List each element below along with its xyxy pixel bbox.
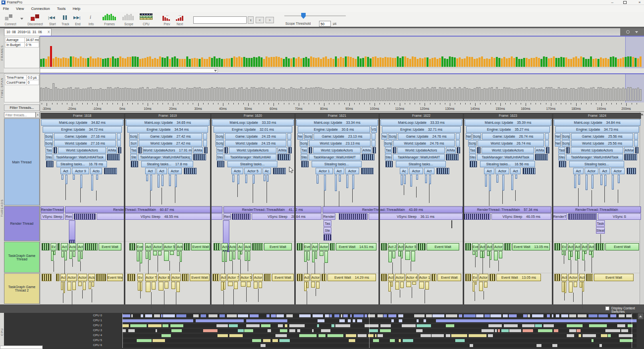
timespan-bar[interactable] [251,87,253,101]
frame-bar[interactable] [392,58,394,67]
timespan-bar[interactable] [226,89,228,101]
frame-bar[interactable] [209,57,211,67]
scope-bar[interactable]: Scrip [562,140,570,147]
timespan-bar[interactable] [327,89,329,101]
scope-bar[interactable]: VS [371,126,377,133]
frame-bar[interactable] [251,58,253,67]
render-main-bar[interactable]: RenderThread::Th [41,206,64,213]
frame-bar[interactable] [640,56,642,67]
timespan-bar[interactable] [176,89,178,101]
timespan-bar[interactable] [568,89,570,101]
frame-bar[interactable] [506,58,508,67]
timespan-bar[interactable] [588,89,590,101]
timespan-bar[interactable] [243,89,245,101]
frame-bar[interactable] [444,58,446,67]
scope-bar[interactable]: Scrip [468,140,477,147]
timespan-bar[interactable] [521,88,523,101]
timespan-bar[interactable] [144,89,146,101]
frame-bar[interactable] [134,56,136,67]
task-bar[interactable]: Actc [229,243,236,250]
event-wait-bar[interactable]: Event Wait [190,274,210,281]
frame-bar[interactable] [253,57,255,67]
timespan-bar[interactable] [189,88,191,101]
frame-bar[interactable] [429,59,431,67]
render-main-bar[interactable]: RenderThread::ThreadMain 57.34 ms [464,206,551,213]
timespan-bar[interactable] [573,88,575,101]
frame-bar[interactable] [238,56,240,67]
frame-bar[interactable] [389,57,391,67]
frame-bar[interactable] [412,56,414,67]
timespan-bar[interactable] [563,88,565,101]
frame-bar[interactable] [199,59,201,67]
task-bar[interactable]: Act [61,243,68,250]
timespan-bar[interactable] [540,88,542,101]
frame-bar[interactable] [157,59,159,67]
timespan-bar[interactable] [533,88,535,101]
frame-bar[interactable] [387,57,389,67]
frame-bar[interactable] [630,56,632,67]
actor-bar[interactable]: Ac [263,168,271,174]
frame-bar[interactable] [201,57,203,67]
timespan-bar[interactable] [496,87,498,101]
actor-bar[interactable]: Actor [611,168,625,174]
actor-bar[interactable]: Act [334,168,344,174]
task-bar[interactable]: Actor [171,274,181,281]
timespan-bar[interactable] [325,89,327,101]
update-actors-bar[interactable]: World::UpdateActors [482,147,534,153]
timespan-bar[interactable] [610,89,612,101]
frame-bar[interactable] [397,56,399,67]
timespan-bar[interactable] [407,89,409,101]
frame-bar[interactable] [40,59,42,67]
engine-bar[interactable]: Engine::Update 34.72 ms [43,126,122,133]
timespan-bar[interactable] [238,88,240,101]
timespan-bar[interactable] [429,89,431,101]
frame-bar[interactable] [531,58,533,67]
frame-bar[interactable] [65,58,67,67]
frame-bar[interactable] [550,58,552,67]
timespan-bar[interactable] [399,88,401,101]
task-bar[interactable]: Ack [244,243,251,250]
scope-bar[interactable]: Scri [129,140,138,147]
vsync-bar[interactable]: RenderT [552,213,567,220]
frame-bar[interactable] [325,56,327,67]
task-bar[interactable]: Ev [472,274,478,281]
timespan-bar[interactable] [370,88,372,101]
timespan-bar[interactable] [565,88,567,101]
frame-bar[interactable] [585,59,587,67]
frame-bar[interactable] [45,59,47,67]
frame-bar[interactable] [318,57,320,67]
connect-dropdown-icon[interactable] [20,18,23,20]
timespan-bar[interactable] [488,88,490,101]
frame-bar[interactable] [223,59,225,67]
frame-bar[interactable] [258,56,260,67]
timespan-bar[interactable] [147,87,149,101]
cpu-view-button[interactable]: CPU [138,12,155,26]
vsync-bar[interactable]: Rend [223,213,231,220]
frame-bar[interactable] [273,57,275,67]
event-wait-bar[interactable]: Event Wait [99,243,121,250]
timespan-bar[interactable] [45,87,47,101]
frame-bar[interactable] [327,59,329,67]
frame-bar[interactable] [622,57,624,67]
engine-bar[interactable]: Engine::Update 32.01 ms [214,126,292,133]
scope-bar[interactable]: Scrip [45,133,53,140]
scope-bar[interactable]: Tasl [216,147,223,153]
scope-threshold-input[interactable] [319,21,331,27]
frame-bar[interactable] [528,59,530,67]
prev-frame-button[interactable]: ← Prev [161,12,172,26]
timespan-bar[interactable] [439,87,441,101]
mainloop-bar[interactable]: MainLoop::Update 33.34 ms [296,119,378,126]
frame-bar[interactable] [516,57,518,67]
task-bar[interactable]: Ev [51,243,56,250]
scope-bar[interactable] [287,140,291,147]
timespan-bar[interactable] [278,89,280,101]
task-bar[interactable]: Act [589,243,594,250]
timespan-bar[interactable] [617,88,619,101]
timespan-bar[interactable] [142,87,144,101]
timespan-bar[interactable] [332,88,334,101]
frame-bar[interactable] [533,58,535,67]
frame-bar[interactable] [367,57,369,67]
timespan-bar[interactable] [466,88,468,101]
task-bar[interactable]: Actor 8 [158,274,170,281]
frame-bar[interactable] [152,59,154,67]
